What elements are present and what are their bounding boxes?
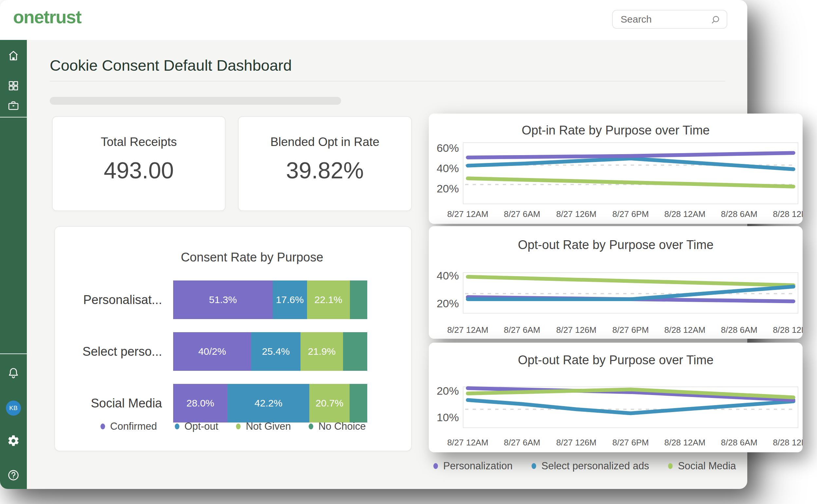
bar-segment-value: 17.6% [276, 294, 304, 305]
bar-segment-not-given: 22.1% [307, 280, 350, 319]
bar-segment-value: 20.7% [316, 398, 343, 409]
legend-label: Opt-out [185, 421, 218, 432]
legend-dot [668, 463, 673, 469]
loading-progress-bar [50, 97, 341, 105]
bar-category-label: Social Media [65, 384, 173, 423]
consent-rate-by-purpose-chart: Consent Rate by Purpose Personalisat...5… [54, 226, 412, 451]
legend-item-confirmed: Confirmed [100, 421, 157, 432]
legend-label: Personalization [443, 460, 513, 472]
x-axis-tick-label: 8/27 126M [556, 209, 596, 219]
sidebar-item-apps[interactable] [7, 79, 20, 92]
chart-title: Consent Rate by Purpose [93, 250, 411, 264]
x-axis-tick-label: 8/28 12PM [773, 438, 803, 447]
onetrust-logo: onetrust [13, 7, 81, 27]
legend-label: Select personalized ads [541, 460, 649, 472]
x-axis-tick-label: 8/27 6PM [612, 438, 649, 447]
opt-out-rate-chart-1: Opt-out Rate by Purpose over Time 40%20%… [429, 226, 803, 339]
legend-dot [309, 423, 313, 429]
bar-row: Select perso...40/2%25.4%21.9% [65, 332, 367, 371]
x-axis-tick-label: 8/27 6AM [504, 325, 540, 335]
opt-in-rate-chart: Opt-in Rate by Purpose over Time 60%40%2… [429, 114, 803, 224]
stat-label: Blended Opt in Rate [239, 135, 411, 149]
stat-card-total-receipts: Total Receipts 493.00 [52, 116, 226, 211]
bar-segments: 28.0%42.2%20.7% [173, 384, 367, 423]
bar-segment-no-choice [343, 332, 367, 371]
sidebar-item-notifications[interactable] [7, 367, 20, 380]
bar-segment-opt-out: 17.6% [273, 280, 307, 319]
y-axis-tick-label: 60% [437, 142, 459, 154]
x-axis-tick-label: 8/27 126M [556, 325, 596, 335]
y-axis-tick-label: 20% [437, 182, 459, 195]
bar-row: Personalisat...51.3%17.6%22.1% [65, 280, 367, 319]
stat-card-blended-opt-in-rate: Blended Opt in Rate 39.82% [238, 116, 412, 211]
line-chart-plot: 20%10%8/27 12AM8/27 6AM8/27 126M8/27 6PM… [429, 343, 803, 452]
stat-value: 493.00 [53, 157, 225, 184]
bar-category-label: Personalisat... [65, 280, 173, 319]
y-axis-tick-label: 10% [437, 411, 459, 423]
x-axis-tick-label: 8/28 12AM [664, 209, 705, 219]
legend-item-personalization: Personalization [433, 460, 513, 472]
legend-dot [236, 423, 241, 429]
search-box[interactable] [612, 10, 727, 29]
sidebar-item-projects[interactable] [7, 99, 20, 112]
sidebar-item-settings[interactable] [7, 434, 20, 447]
bar-segment-not-given: 21.9% [300, 332, 343, 371]
legend-dot [175, 423, 179, 429]
sidebar-item-help[interactable] [7, 469, 20, 482]
line-chart-plot: 40%20%8/27 12AM8/27 6AM8/27 126M8/27 6PM… [429, 226, 803, 339]
bar-segments: 51.3%17.6%22.1% [173, 280, 367, 319]
x-axis-tick-label: 8/27 126M [556, 438, 596, 447]
bar-segment-no-choice [350, 280, 367, 319]
stat-value: 39.82% [239, 157, 411, 184]
legend-dot [532, 463, 536, 469]
bar-segment-value: 40/2% [198, 346, 226, 357]
legend-dot [100, 423, 105, 429]
legend-label: Not Given [246, 421, 291, 432]
dashboard-canvas: onetrust [0, 0, 817, 504]
opt-out-rate-chart-2: Opt-out Rate by Purpose over Time 20%10%… [429, 343, 803, 452]
y-axis-tick-label: 40% [437, 269, 459, 282]
search-input[interactable] [621, 10, 709, 28]
bar-segment-value: 51.3% [209, 294, 237, 305]
x-axis-tick-label: 8/28 6AM [721, 209, 757, 219]
x-axis-tick-label: 8/28 6AM [721, 438, 757, 447]
bar-segments: 40/2%25.4%21.9% [173, 332, 367, 371]
x-axis-tick-label: 8/27 12AM [447, 325, 488, 335]
bar-segment-confirmed: 51.3% [173, 280, 273, 319]
legend-dot [433, 463, 438, 469]
briefcase-icon [7, 99, 20, 112]
bar-segment-value: 42.2% [255, 398, 282, 409]
x-axis-tick-label: 8/28 12AM [664, 325, 705, 335]
gear-icon [7, 434, 20, 448]
bar-segment-value: 21.9% [308, 346, 336, 357]
sidebar-nav: KB [0, 40, 27, 489]
app-header: onetrust [0, 0, 747, 40]
sidebar-divider-top [0, 117, 27, 117]
y-axis-tick-label: 20% [437, 385, 459, 397]
search-icon[interactable] [710, 15, 721, 25]
x-axis-tick-label: 8/27 6PM [612, 325, 649, 335]
x-axis-tick-label: 8/27 6AM [504, 438, 540, 447]
sidebar-item-home[interactable] [7, 49, 20, 62]
bar-chart-legend: ConfirmedOpt-outNot GivenNo Choice [55, 421, 411, 432]
legend-label: No Choice [318, 421, 366, 432]
bar-category-label: Select perso... [65, 332, 173, 371]
y-axis-tick-label: 20% [437, 297, 459, 310]
bar-segment-no-choice [350, 384, 367, 423]
x-axis-tick-label: 8/28 6AM [721, 325, 757, 335]
bar-segment-confirmed: 28.0% [173, 384, 227, 423]
legend-label: Social Media [678, 460, 736, 472]
bar-segment-value: 22.1% [315, 294, 342, 305]
home-icon [7, 49, 20, 62]
bar-segment-opt-out: 42.2% [227, 384, 309, 423]
legend-item-not-given: Not Given [236, 421, 291, 432]
line-charts-legend: PersonalizationSelect personalized adsSo… [429, 460, 803, 472]
help-icon [7, 468, 20, 482]
bell-icon [7, 367, 20, 380]
user-avatar[interactable]: KB [6, 401, 21, 416]
x-axis-tick-label: 8/28 12PM [773, 209, 803, 219]
bar-segment-opt-out: 25.4% [251, 332, 300, 371]
bar-segment-confirmed: 40/2% [173, 332, 251, 371]
x-axis-tick-label: 8/27 12AM [447, 209, 488, 219]
x-axis-tick-label: 8/28 12PM [773, 325, 803, 335]
